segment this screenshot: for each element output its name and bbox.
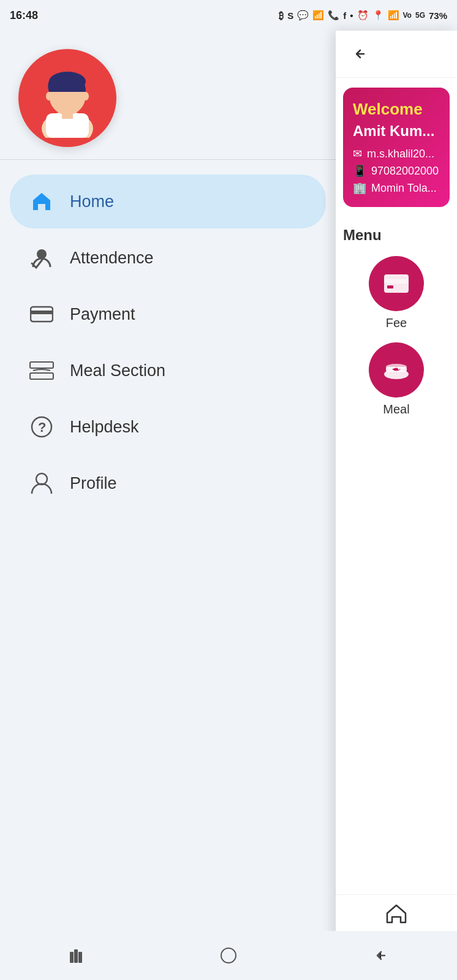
facebook-icon: f xyxy=(343,10,346,21)
welcome-location: Momin Tola... xyxy=(371,182,437,195)
android-nav-bar xyxy=(0,931,457,980)
nav-list: Home Attendence Payment xyxy=(0,166,336,937)
sidebar: Home Attendence Payment xyxy=(0,31,336,980)
back-arrow-icon xyxy=(352,45,369,62)
sidebar-item-home[interactable]: Home xyxy=(10,175,326,228)
home-circle-icon xyxy=(219,946,238,965)
network-icon: 📶 xyxy=(388,10,399,21)
sidebar-item-home-label: Home xyxy=(70,192,114,211)
welcome-phone: 97082002000 xyxy=(371,165,439,178)
menu-item-meal[interactable]: Meal xyxy=(369,342,424,417)
status-icons: ₿ S 💬 📶 📞 f • ⏰ 📍 📶 Vo 5G 73% xyxy=(279,10,447,21)
menu-item-fee[interactable]: Fee xyxy=(369,256,424,330)
welcome-phone-row: 📱 97082002000 xyxy=(353,164,440,178)
welcome-location-row: 🏢 Momin Tola... xyxy=(353,181,440,195)
message-icon: 💬 xyxy=(297,10,309,21)
svg-rect-9 xyxy=(31,311,53,314)
signal-icon: 📶 xyxy=(312,10,324,21)
meal-section-icon xyxy=(28,357,55,384)
profile-icon xyxy=(28,470,55,497)
welcome-email-row: ✉ m.s.khalil20... xyxy=(353,147,440,160)
svg-point-6 xyxy=(83,92,89,100)
volte-icon: Vo xyxy=(403,11,412,20)
avatar-section xyxy=(0,31,336,159)
welcome-title: Welcome xyxy=(353,100,440,119)
meal-icon-circle xyxy=(369,342,424,398)
phone-icon: 📱 xyxy=(353,164,366,178)
sidebar-item-profile-label: Profile xyxy=(70,474,117,493)
bottom-home-icon xyxy=(384,901,409,925)
svg-point-5 xyxy=(46,92,52,100)
sidebar-item-profile[interactable]: Profile xyxy=(10,456,326,510)
sidebar-item-meal-section-label: Meal Section xyxy=(70,361,165,380)
svg-rect-11 xyxy=(30,373,53,379)
recent-apps-button[interactable] xyxy=(58,943,94,968)
sidebar-item-meal-section[interactable]: Meal Section xyxy=(10,344,326,398)
sidebar-divider xyxy=(0,159,336,160)
dot-icon: • xyxy=(350,10,353,21)
right-header xyxy=(336,31,457,78)
svg-point-23 xyxy=(398,368,400,370)
svg-rect-24 xyxy=(70,952,74,963)
email-icon: ✉ xyxy=(353,147,362,160)
attendance-icon xyxy=(28,244,55,271)
svg-rect-25 xyxy=(74,949,78,963)
avatar-image xyxy=(34,58,101,138)
battery: 73% xyxy=(429,10,447,21)
back-nav-button[interactable] xyxy=(363,943,399,968)
avatar xyxy=(18,49,116,147)
meal-icon xyxy=(381,355,412,385)
building-icon: 🏢 xyxy=(353,181,366,195)
svg-point-14 xyxy=(36,473,47,484)
home-button[interactable] xyxy=(210,943,247,968)
right-panel: Welcome Amit Kum... ✉ m.s.khalil20... 📱 … xyxy=(336,31,457,980)
location-icon: 📍 xyxy=(372,10,384,21)
time: 16:48 xyxy=(10,9,38,22)
home-icon xyxy=(28,188,55,215)
bottom-home-button[interactable] xyxy=(384,901,409,925)
svg-rect-18 xyxy=(384,279,409,284)
recent-apps-icon xyxy=(67,947,85,964)
phone-icon: 📞 xyxy=(328,10,339,21)
sidebar-item-payment[interactable]: Payment xyxy=(10,287,326,341)
skype-icon: S xyxy=(287,10,293,21)
welcome-info: ✉ m.s.khalil20... 📱 97082002000 🏢 Momin … xyxy=(353,147,440,195)
svg-rect-26 xyxy=(78,952,82,963)
svg-rect-10 xyxy=(30,362,53,368)
fee-icon xyxy=(381,268,412,299)
bottom-bar xyxy=(336,894,457,931)
status-bar: 16:48 ₿ S 💬 📶 📞 f • ⏰ 📍 📶 Vo 5G 73% xyxy=(0,0,457,31)
back-button[interactable] xyxy=(348,42,372,66)
sidebar-item-helpdesk-label: Helpdesk xyxy=(70,418,139,437)
svg-text:?: ? xyxy=(38,420,46,435)
alarm-icon: ⏰ xyxy=(357,10,369,21)
welcome-card: Welcome Amit Kum... ✉ m.s.khalil20... 📱 … xyxy=(343,88,450,207)
sidebar-item-payment-label: Payment xyxy=(70,305,135,324)
fee-label: Fee xyxy=(386,316,407,330)
sidebar-item-attendance[interactable]: Attendence xyxy=(10,231,326,285)
welcome-email: m.s.khalil20... xyxy=(367,148,434,160)
menu-grid: Fee Meal xyxy=(343,256,450,417)
menu-title: Menu xyxy=(343,227,450,244)
back-nav-icon xyxy=(372,947,390,964)
svg-rect-19 xyxy=(387,285,393,288)
5g-icon: 5G xyxy=(415,11,425,20)
svg-rect-4 xyxy=(62,110,73,119)
bitcoin-icon: ₿ xyxy=(279,10,284,21)
sidebar-item-attendance-label: Attendence xyxy=(70,249,154,268)
sidebar-item-helpdesk[interactable]: ? Helpdesk xyxy=(10,400,326,454)
svg-point-27 xyxy=(221,948,236,963)
helpdesk-icon: ? xyxy=(28,413,55,440)
welcome-name: Amit Kum... xyxy=(353,123,440,140)
payment-icon xyxy=(28,301,55,328)
menu-section: Menu Fee xyxy=(336,217,457,426)
fee-icon-circle xyxy=(369,256,424,311)
meal-label: Meal xyxy=(383,402,409,417)
